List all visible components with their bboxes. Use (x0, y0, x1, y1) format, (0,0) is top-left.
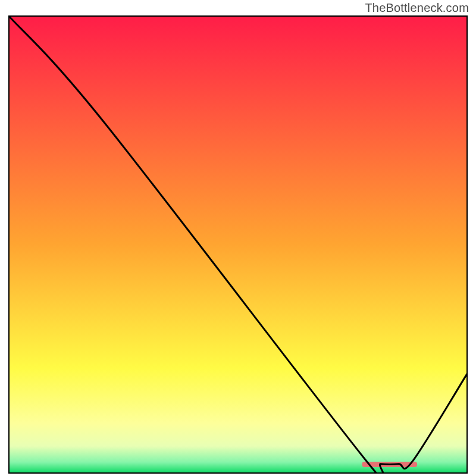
bottleneck-chart (8, 15, 468, 474)
plot-background (8, 15, 468, 474)
chart-container: TheBottleneck.com (0, 0, 476, 476)
attribution-label: TheBottleneck.com (365, 1, 469, 15)
